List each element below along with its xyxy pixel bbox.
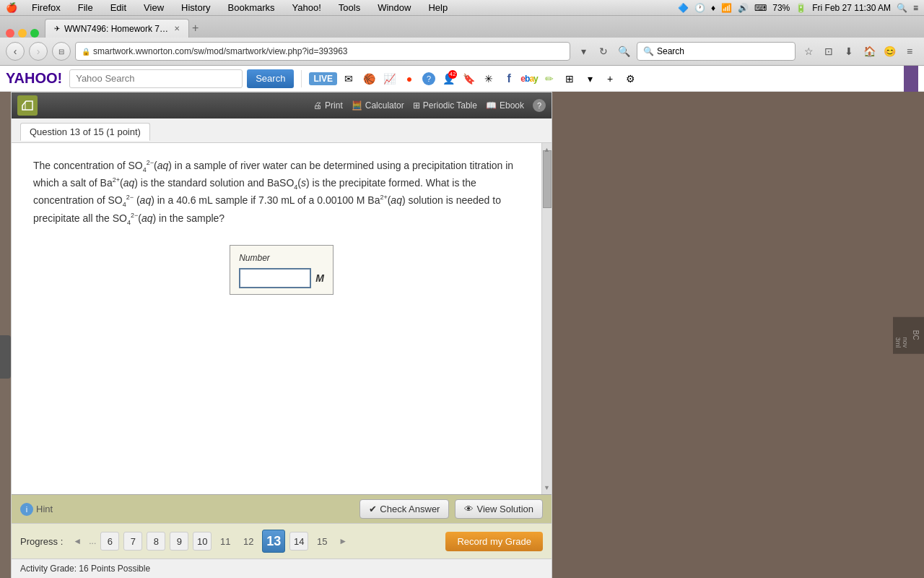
periodic-table-btn[interactable]: ⊞ Periodic Table xyxy=(413,100,477,111)
star2-icon[interactable]: ✳ xyxy=(481,72,496,86)
gear2-icon[interactable]: ⚙ xyxy=(623,72,637,86)
url-bar[interactable]: 🔒 smartwork.wwnorton.com/sw/mod/smartwor… xyxy=(75,42,570,61)
search-bar-icon: 🔍 xyxy=(643,46,654,56)
scrollbar-track[interactable]: ▲ ▼ xyxy=(541,143,552,494)
help-question-btn[interactable]: ? xyxy=(533,99,546,112)
minimize-window-btn[interactable] xyxy=(18,29,27,38)
scroll-down-btn[interactable]: ▼ xyxy=(544,483,550,493)
keyboard-icon: ⌨ xyxy=(754,3,767,13)
sw-logo-icon xyxy=(17,95,38,116)
question-text: The concentration of SO42−(aq) in a samp… xyxy=(33,158,530,228)
facebook-icon[interactable]: f xyxy=(502,72,516,86)
page-8-btn[interactable]: 8 xyxy=(147,532,165,551)
maximize-window-btn[interactable] xyxy=(30,29,39,38)
list-icon[interactable]: ≡ xyxy=(913,3,918,13)
page-11-btn[interactable]: 11 xyxy=(216,532,235,551)
search-nav-icon[interactable]: 🔍 xyxy=(615,43,632,60)
answer-area: Number M xyxy=(33,245,530,295)
sports-icon[interactable]: 🏀 xyxy=(362,72,376,86)
menu-yahoo[interactable]: Yahoo! xyxy=(289,2,324,13)
ebay-icon[interactable]: ebay xyxy=(522,72,536,86)
live-badge[interactable]: LIVE xyxy=(309,72,337,85)
sw-toolbar: 🖨 Print 🧮 Calculator ⊞ Periodic Table 📖 … xyxy=(12,92,552,118)
page-14-btn[interactable]: 14 xyxy=(289,532,308,551)
prev-page-btn[interactable]: ◄ xyxy=(70,534,84,548)
reload-btn[interactable]: ↻ xyxy=(595,43,612,60)
mail-icon[interactable]: ✉ xyxy=(341,72,356,86)
search-bar-placeholder: Search xyxy=(657,46,684,56)
page-10-btn[interactable]: 10 xyxy=(193,532,212,551)
apps-icon[interactable]: ⊞ xyxy=(562,72,577,86)
scroll-up-btn[interactable]: ▲ xyxy=(544,144,550,155)
battery-percentage: 73% xyxy=(772,3,790,13)
page-7-btn[interactable]: 7 xyxy=(123,532,142,551)
yahoo-search-input[interactable] xyxy=(69,69,243,88)
page-12-btn[interactable]: 12 xyxy=(239,532,258,551)
record-grade-btn[interactable]: Record my Grade xyxy=(445,532,543,551)
next-page-btn[interactable]: ► xyxy=(336,534,350,548)
yahoo-search-btn[interactable]: Search xyxy=(247,69,294,88)
view-solution-label: View Solution xyxy=(476,504,533,514)
apple-menu[interactable]: 🍎 xyxy=(6,2,17,13)
persona-btn[interactable]: 😊 xyxy=(881,43,898,60)
menu-btn[interactable]: ≡ xyxy=(901,43,918,60)
calculator-btn[interactable]: 🧮 Calculator xyxy=(352,100,404,111)
progress-dots: ... xyxy=(89,536,96,546)
pen-icon[interactable]: ✏ xyxy=(542,72,557,86)
sw-toolbar-right: 🖨 Print 🧮 Calculator ⊞ Periodic Table 📖 … xyxy=(313,99,546,112)
bookmark2-icon[interactable]: 🔖 xyxy=(461,72,476,86)
ebook-btn[interactable]: 📖 Ebook xyxy=(486,100,524,111)
menu-view[interactable]: View xyxy=(141,2,167,13)
menu-edit[interactable]: Edit xyxy=(108,2,129,13)
left-sidebar-tab[interactable] xyxy=(0,335,11,379)
answer-input-field[interactable] xyxy=(239,268,311,288)
scrollbar-thumb[interactable] xyxy=(543,150,552,208)
wifi-icon: 📶 xyxy=(721,3,732,13)
reader-btn[interactable]: ⊡ xyxy=(820,43,837,60)
tab-close-btn[interactable]: ✕ xyxy=(174,25,180,33)
add-icon[interactable]: + xyxy=(603,72,617,86)
menu-bookmarks[interactable]: Bookmarks xyxy=(225,2,278,13)
forward-btn[interactable]: › xyxy=(29,42,48,61)
page-9-btn[interactable]: 9 xyxy=(170,532,188,551)
new-tab-btn[interactable]: + xyxy=(192,19,199,38)
back-btn[interactable]: ‹ xyxy=(6,42,25,61)
nav-bar: ‹ › ⊟ 🔒 smartwork.wwnorton.com/sw/mod/sm… xyxy=(0,38,924,65)
hint-btn[interactable]: i Hint xyxy=(20,503,53,516)
menu-firefox[interactable]: Firefox xyxy=(29,2,64,13)
menu-tools[interactable]: Tools xyxy=(336,2,363,13)
close-window-btn[interactable] xyxy=(6,29,14,38)
bluetooth-icon: 🔷 xyxy=(678,3,689,13)
print-btn[interactable]: 🖨 Print xyxy=(313,100,343,111)
dropdown-btn[interactable]: ▾ xyxy=(575,43,592,60)
finance-icon[interactable]: 📈 xyxy=(382,72,396,86)
menu-window[interactable]: Window xyxy=(375,2,414,13)
tab-title: WWN7496: Homework 7 - d... xyxy=(64,24,170,34)
progress-bar: Progress : ◄ ... 6 7 8 9 10 11 12 13 14 … xyxy=(12,523,552,558)
reader-view-btn[interactable]: ⊟ xyxy=(52,42,71,61)
check-answer-btn[interactable]: ✔ Check Answer xyxy=(359,499,449,519)
activity-grade-text: Activity Grade: 16 Points Possible xyxy=(20,564,150,574)
browser-tab-active[interactable]: ✈ WWN7496: Homework 7 - d... ✕ xyxy=(45,19,189,38)
download-btn[interactable]: ⬇ xyxy=(840,43,858,60)
dropdown2-icon[interactable]: ▾ xyxy=(583,72,597,86)
question-number: Question 13 of 15 (1 point) xyxy=(30,126,141,137)
search-icon[interactable]: 🔍 xyxy=(897,3,907,13)
notification-icon[interactable]: 👤42 xyxy=(441,72,456,86)
browser-search-bar[interactable]: 🔍 Search xyxy=(637,42,796,61)
help-icon[interactable]: ? xyxy=(422,72,435,85)
right-sidebar: BC nov 3ml xyxy=(552,92,924,578)
home-btn[interactable]: 🏠 xyxy=(860,43,878,60)
hint-info-icon: i xyxy=(20,503,33,516)
menu-help[interactable]: Help xyxy=(425,2,450,13)
view-solution-btn[interactable]: 👁 View Solution xyxy=(455,499,543,519)
flickr-icon[interactable]: ● xyxy=(402,72,417,86)
page-15-btn[interactable]: 15 xyxy=(313,532,331,551)
menu-file[interactable]: File xyxy=(75,2,96,13)
menu-history[interactable]: History xyxy=(178,2,213,13)
bookmark-star-btn[interactable]: ☆ xyxy=(800,43,817,60)
answer-unit: M xyxy=(315,270,324,286)
page-6-btn[interactable]: 6 xyxy=(100,532,119,551)
page-13-btn-current[interactable]: 13 xyxy=(262,530,285,553)
main-content: 🖨 Print 🧮 Calculator ⊞ Periodic Table 📖 … xyxy=(0,92,924,578)
